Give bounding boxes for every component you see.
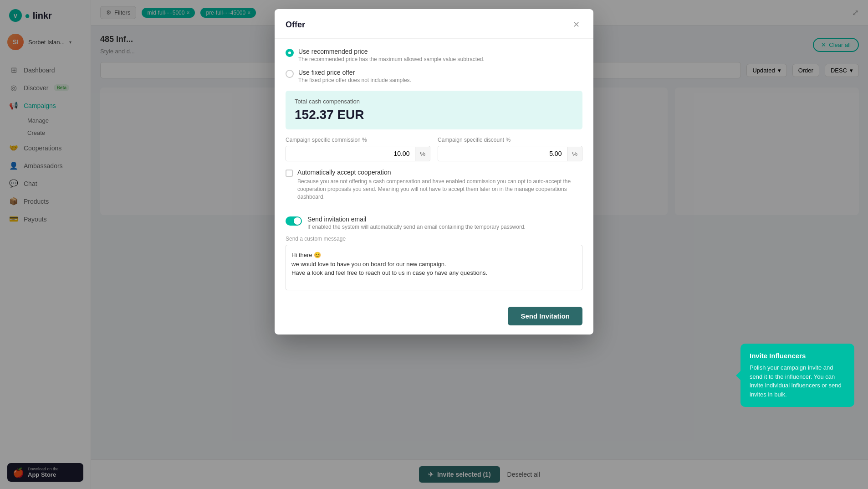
recommended-price-option[interactable]: Use recommended price The recommended pr…: [286, 48, 582, 62]
fixed-price-desc: The fixed price offer does not include s…: [298, 77, 411, 83]
commission-suffix: %: [415, 147, 430, 161]
commission-group: Campaign specific commission % %: [286, 137, 430, 161]
modal-header: Offer ✕: [275, 9, 593, 39]
send-email-label: Send invitation email: [307, 216, 526, 223]
message-textarea[interactable]: Hi there 😊 we would love to have you on …: [286, 245, 582, 290]
modal-title: Offer: [286, 20, 305, 30]
send-email-row: Send invitation email If enabled the sys…: [286, 216, 582, 230]
send-invitation-button[interactable]: Send Invitation: [508, 307, 582, 325]
tooltip-title: Invite Influencers: [750, 352, 845, 360]
compensation-label: Total cash compensation: [295, 98, 573, 105]
recommended-price-desc: The recommended price has the maximum al…: [298, 56, 485, 62]
discount-input[interactable]: [438, 146, 567, 161]
invite-influencers-tooltip: Invite Influencers Polish your campaign …: [740, 344, 854, 407]
send-email-toggle[interactable]: [286, 216, 302, 226]
auto-accept-desc: Because you are not offering a cash comp…: [297, 178, 582, 201]
close-button[interactable]: ✕: [570, 18, 582, 31]
compensation-box: Total cash compensation 152.37 EUR: [286, 91, 582, 129]
discount-input-wrapper: %: [438, 146, 582, 161]
fixed-radio[interactable]: [286, 70, 294, 78]
recommended-radio[interactable]: [286, 49, 294, 57]
commission-input[interactable]: [286, 146, 415, 161]
discount-group: Campaign specific discount % %: [438, 137, 582, 161]
auto-accept-label: Automatically accept cooperation: [297, 169, 582, 176]
modal-footer: Send Invitation: [275, 301, 593, 335]
modal-body: Use recommended price The recommended pr…: [275, 39, 593, 301]
send-email-desc: If enabled the system will automatically…: [307, 224, 526, 230]
discount-suffix: %: [567, 147, 582, 161]
fixed-price-option[interactable]: Use fixed price offer The fixed price of…: [286, 69, 582, 83]
recommended-price-label: Use recommended price: [298, 48, 485, 55]
fixed-price-label: Use fixed price offer: [298, 69, 411, 76]
compensation-amount: 152.37 EUR: [295, 108, 573, 122]
offer-modal: Offer ✕ Use recommended price The recomm…: [275, 9, 593, 335]
commission-label: Campaign specific commission %: [286, 137, 430, 143]
auto-accept-row: Automatically accept cooperation Because…: [286, 169, 582, 208]
auto-accept-checkbox[interactable]: [286, 170, 293, 177]
commission-input-wrapper: %: [286, 146, 430, 161]
modal-overlay: Offer ✕ Use recommended price The recomm…: [0, 0, 868, 489]
commission-discount-row: Campaign specific commission % % Campaig…: [286, 137, 582, 161]
discount-label: Campaign specific discount %: [438, 137, 582, 143]
message-placeholder-label: Send a custom message: [286, 236, 582, 242]
tooltip-text: Polish your campaign invite and send it …: [750, 363, 845, 399]
toggle-knob: [294, 217, 301, 225]
